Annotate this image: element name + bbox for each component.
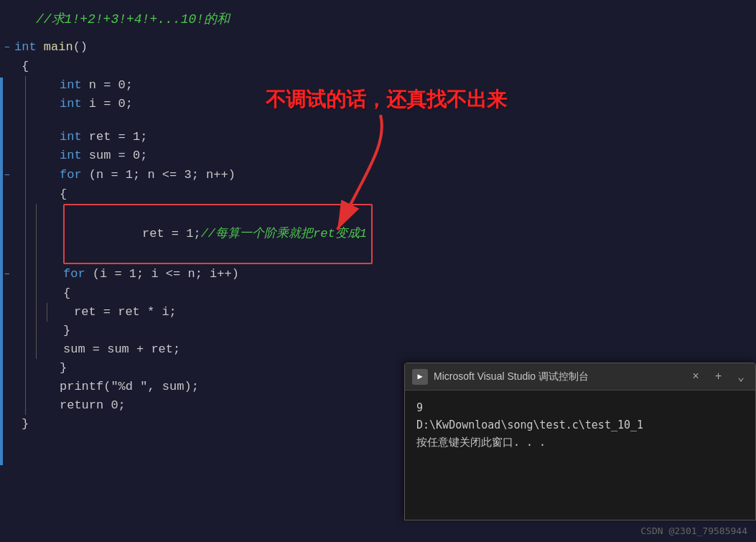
indent-guide-13 <box>36 284 37 303</box>
editor-area: //求1!+2!+3!+4!+...10!的和 − int main() { i… <box>0 0 756 542</box>
indent-guide-20 <box>36 340 37 359</box>
table-row: { <box>0 57 756 76</box>
fold-empty-3 <box>0 95 14 113</box>
indent-guide-17 <box>25 322 26 340</box>
fold-indicator-inner-for[interactable]: − <box>0 264 14 284</box>
code-line-for-outer: for (n = 1; n <= 3; n++) <box>31 165 235 185</box>
table-row: − for (n = 1; n <= 3; n++) <box>0 165 756 185</box>
code-line-brace1: { <box>14 57 29 76</box>
indent-guide-18 <box>36 322 37 340</box>
indent-guide-2 <box>25 95 26 113</box>
table-row: int sum = 0; <box>0 146 756 165</box>
code-line-printf: printf("%d ", sum); <box>31 378 199 396</box>
table-row: − for (i = 1; i <= n; i++) <box>0 264 756 284</box>
indent-guide-11 <box>36 264 37 284</box>
code-line-for-inner: for (i = 1; i <= n; i++) <box>42 264 239 284</box>
terminal-output-line1: 9 <box>416 399 744 416</box>
indent-guide-5 <box>25 146 26 165</box>
indent-guide-21 <box>25 359 26 378</box>
code-line-close3: } <box>42 322 70 340</box>
indent-guide-4 <box>25 128 26 146</box>
fold-empty-2 <box>0 76 14 95</box>
indent-guide-22 <box>25 378 26 396</box>
terminal-overlay: ▶ Microsoft Visual Studio 调试控制台 × + ⌄ 9 … <box>404 363 756 520</box>
table-row: { <box>0 284 756 303</box>
fold-indicator-main[interactable]: − <box>0 37 14 57</box>
code-line-int-i: int i = 0; <box>31 95 133 113</box>
terminal-title: Microsoft Visual Studio 调试控制台 <box>434 370 683 383</box>
indent-guide-12 <box>25 284 26 303</box>
code-line-main-decl: int main() <box>14 37 88 57</box>
terminal-close-button[interactable]: × <box>689 369 703 385</box>
fold-empty-1 <box>0 57 14 76</box>
indent-guide-8 <box>25 204 26 264</box>
code-line-sum-add: sum = sum + ret; <box>42 340 180 359</box>
terminal-body: 9 D:\KwDownload\song\test.c\test_10_1 按任… <box>405 391 755 459</box>
highlighted-ret-line: ret = 1;//每算一个阶乘就把ret变成1 <box>63 204 373 264</box>
indent-guide-7 <box>25 185 26 204</box>
watermark: CSDN @2301_79585944 <box>640 525 747 536</box>
code-line-brace3: { <box>42 284 70 303</box>
code-line-close2: } <box>31 359 67 378</box>
code-line-int-n: int n = 0; <box>31 76 133 95</box>
table-row: } <box>0 322 756 340</box>
fn-main: main <box>44 38 73 57</box>
table-row: int n = 0; <box>0 76 756 95</box>
terminal-titlebar: ▶ Microsoft Visual Studio 调试控制台 × + ⌄ <box>405 363 755 391</box>
table-row: − int main() <box>0 37 756 57</box>
indent-guide-9 <box>36 204 37 264</box>
indent-guide-23 <box>25 396 26 415</box>
indent-guide-19 <box>25 340 26 359</box>
code-line-int-ret: int ret = 1; <box>31 128 147 146</box>
indent-guide-14 <box>25 303 26 322</box>
terminal-output-line2: D:\KwDownload\song\test.c\test_10_1 <box>416 416 744 434</box>
terminal-icon-symbol: ▶ <box>417 371 422 382</box>
table-row <box>0 113 756 128</box>
table-row: { <box>0 185 756 204</box>
indent-guide-3 <box>25 113 26 128</box>
code-line-brace2: { <box>31 185 67 204</box>
table-row: sum = sum + ret; <box>0 340 756 359</box>
terminal-app-icon: ▶ <box>412 369 428 385</box>
table-row: ret = ret * i; <box>0 303 756 322</box>
table-row: int ret = 1; <box>0 128 756 146</box>
terminal-output-line3: 按任意键关闭此窗口. . . <box>416 434 744 451</box>
indent-guide-16 <box>47 303 47 322</box>
terminal-more-button[interactable]: ⌄ <box>734 368 748 386</box>
indent-guide-1 <box>25 76 26 95</box>
indent-guide-10 <box>25 264 26 284</box>
comment-line: //求1!+2!+3!+4!+...10!的和 <box>0 0 756 34</box>
indent-guide-6 <box>25 165 26 185</box>
code-line-ret-reset: ret = 1;//每算一个阶乘就把ret变成1 <box>42 204 373 264</box>
code-line-return: return 0; <box>31 396 126 415</box>
fold-indicator-outer-for[interactable]: − <box>0 165 14 185</box>
punc-parens: () <box>73 38 88 57</box>
terminal-add-button[interactable]: + <box>711 369 726 385</box>
code-line-close1: } <box>14 415 29 434</box>
indent-guide-15 <box>36 303 37 322</box>
keyword-int: int <box>14 38 37 57</box>
table-row: int i = 0; <box>0 95 756 113</box>
code-line-int-sum: int sum = 0; <box>31 146 147 165</box>
code-line-ret-mul: ret = ret * i; <box>52 303 177 322</box>
terminal-controls: × + ⌄ <box>689 368 748 386</box>
table-row: ret = 1;//每算一个阶乘就把ret变成1 <box>0 204 756 264</box>
